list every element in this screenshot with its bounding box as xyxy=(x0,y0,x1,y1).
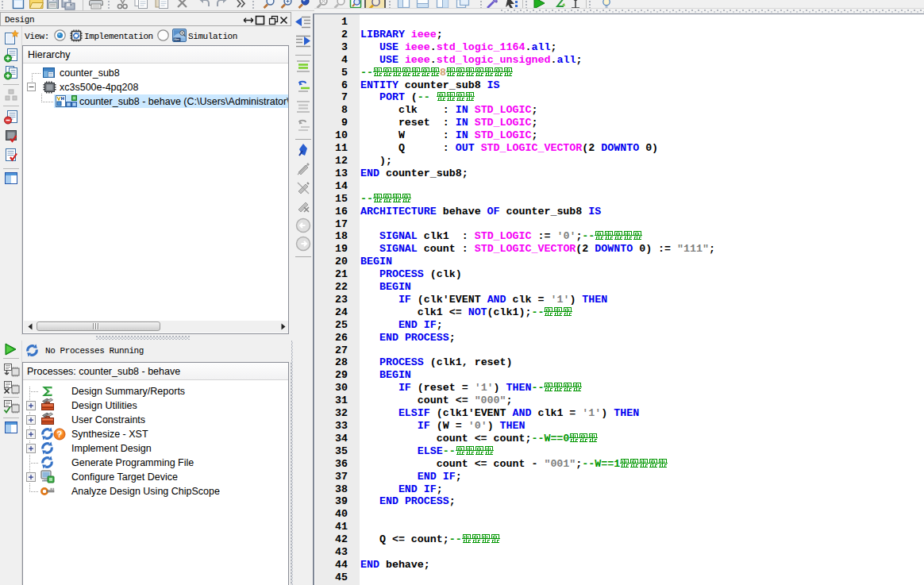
svg-text:?: ? xyxy=(57,429,63,439)
svg-text:iSim: iSim xyxy=(174,37,179,41)
